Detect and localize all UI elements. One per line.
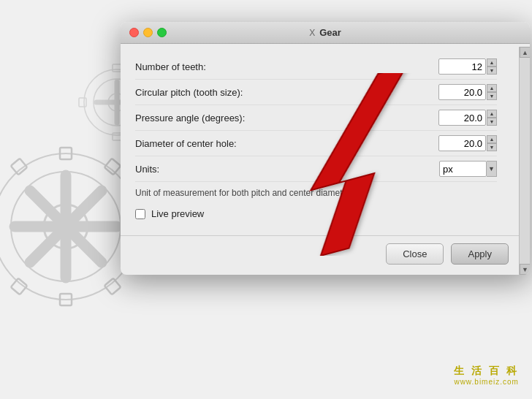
live-preview-row: Live preview: [135, 202, 497, 225]
diameter-input[interactable]: [438, 135, 486, 151]
teeth-spin-up[interactable]: ▲: [487, 58, 497, 66]
title-bar-center: X Gear: [309, 27, 341, 38]
pitch-spin-down[interactable]: ▼: [487, 92, 497, 100]
teeth-label: Number of teeth:: [135, 61, 206, 72]
close-traffic-light[interactable]: [129, 28, 139, 37]
units-select-arrow[interactable]: ▼: [487, 161, 497, 177]
live-preview-checkbox[interactable]: [135, 209, 145, 219]
watermark-line1: 生 活 百 科: [454, 365, 519, 378]
pressure-row: Pressure angle (degrees): ▲ ▼: [135, 105, 497, 131]
watermark: 生 活 百 科 www.bimeiz.com: [454, 365, 519, 386]
pitch-row: Circular pitch (tooth size): ▲ ▼: [135, 80, 497, 105]
teeth-input-wrap: ▲ ▼: [438, 58, 497, 75]
diameter-spinner: ▲ ▼: [487, 135, 497, 151]
units-select[interactable]: px mm in: [439, 161, 487, 177]
scroll-up-button[interactable]: ▲: [520, 47, 530, 58]
diameter-label: Diameter of center hole:: [135, 138, 237, 149]
diameter-spin-up[interactable]: ▲: [487, 135, 497, 143]
minimize-traffic-light[interactable]: [143, 28, 153, 37]
close-button[interactable]: Close: [386, 243, 444, 265]
pressure-spinner: ▲ ▼: [487, 110, 497, 126]
svg-rect-24: [79, 98, 86, 107]
dialog-content: Number of teeth: ▲ ▼ Circular pitch (too…: [121, 44, 519, 235]
pressure-input[interactable]: [438, 110, 486, 126]
pitch-spin-up[interactable]: ▲: [487, 84, 497, 92]
diameter-row: Diameter of center hole: ▲ ▼: [135, 131, 497, 156]
button-row: Close Apply: [121, 235, 519, 275]
teeth-spin-down[interactable]: ▼: [487, 66, 497, 75]
pitch-input[interactable]: [438, 84, 486, 100]
pitch-label: Circular pitch (tooth size):: [135, 87, 243, 98]
diameter-spin-down[interactable]: ▼: [487, 143, 497, 151]
teeth-spinner: ▲ ▼: [487, 58, 497, 75]
pitch-spinner: ▲ ▼: [487, 84, 497, 100]
teeth-row: Number of teeth: ▲ ▼: [135, 54, 497, 80]
title-bar: X Gear: [121, 22, 530, 44]
units-row: Units: px mm in ▼: [135, 156, 497, 182]
pressure-spin-up[interactable]: ▲: [487, 110, 497, 118]
pressure-input-wrap: ▲ ▼: [438, 110, 497, 126]
units-select-wrap: px mm in ▼: [439, 161, 497, 177]
live-preview-label[interactable]: Live preview: [151, 208, 204, 219]
gear-dialog: X Gear ▲ ▼ Number of teeth: ▲ ▼ Circular…: [121, 22, 530, 275]
diameter-input-wrap: ▲ ▼: [438, 135, 497, 151]
maximize-traffic-light[interactable]: [157, 28, 167, 37]
dialog-title: Gear: [319, 27, 341, 38]
title-x-icon: X: [309, 28, 315, 38]
pressure-spin-down[interactable]: ▼: [487, 118, 497, 126]
watermark-line2: www.bimeiz.com: [454, 378, 519, 386]
pitch-input-wrap: ▲ ▼: [438, 84, 497, 100]
scroll-down-button[interactable]: ▼: [520, 264, 530, 275]
teeth-input[interactable]: [438, 58, 486, 75]
hint-text: Unit of measurement for both pitch and c…: [135, 182, 497, 202]
scrollbar[interactable]: ▲ ▼: [519, 47, 530, 275]
apply-button[interactable]: Apply: [451, 243, 509, 265]
units-label: Units:: [135, 164, 159, 175]
pressure-label: Pressure angle (degrees):: [135, 113, 245, 123]
traffic-lights: [129, 28, 167, 37]
